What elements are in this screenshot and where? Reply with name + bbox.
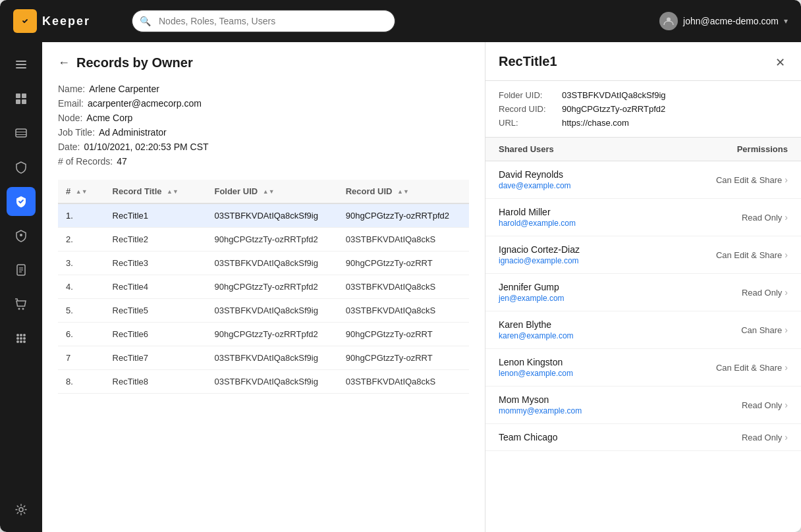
svg-rect-8: [16, 129, 26, 137]
sidebar-item-reports[interactable]: [7, 255, 36, 284]
permission-text: Can Edit & Share: [716, 175, 782, 185]
user-display-name: Ignacio Cortez-Diaz: [499, 244, 580, 255]
shared-user-row[interactable]: Jennifer Gump jen@example.com Read Only …: [485, 274, 801, 311]
sidebar-item-records[interactable]: [7, 187, 36, 216]
permission-area: Read Only ›: [742, 400, 788, 410]
shared-user-row[interactable]: Harold Miller harold@example.com Read On…: [485, 199, 801, 236]
shared-user-row[interactable]: Karen Blythe karen@example.com Can Share…: [485, 311, 801, 349]
cell-num: 8.: [58, 370, 105, 394]
permission-text: Can Edit & Share: [716, 250, 782, 260]
cell-title[interactable]: RecTitle7: [105, 346, 207, 370]
sidebar-item-apps[interactable]: [7, 324, 36, 353]
user-info: Jennifer Gump jen@example.com: [499, 282, 565, 303]
table-row[interactable]: 7 RecTitle7 03STBFKVDAtIQa8ckSf9ig 90hgC…: [58, 346, 469, 370]
permission-text: Read Only: [742, 433, 782, 442]
chevron-right-icon: ›: [785, 400, 788, 410]
cell-num: 1.: [58, 203, 105, 228]
table-row[interactable]: 3. RecTitle3 03STBFKVDAtIQa8ckSf9ig 90hg…: [58, 252, 469, 275]
table-row[interactable]: 6. RecTitle6 90hgCPGtzzTy-ozRRTpfd2 90hg…: [58, 323, 469, 346]
user-display-name: David Reynolds: [499, 169, 571, 180]
svg-point-23: [23, 337, 26, 340]
cell-title[interactable]: RecTitle6: [105, 323, 207, 346]
svg-rect-2: [16, 64, 26, 65]
name-value: Arlene Carpenter: [89, 84, 159, 94]
logo-area: Keeper: [13, 9, 119, 33]
sidebar-item-dashboard[interactable]: [7, 84, 36, 113]
cell-num: 2.: [58, 228, 105, 252]
cell-title[interactable]: RecTitle8: [105, 370, 207, 394]
permission-area: Read Only ›: [742, 212, 788, 223]
cell-num: 3.: [58, 252, 105, 275]
right-panel-header: RecTitle1 ✕: [485, 42, 801, 81]
owner-info: Name: Arlene Carpenter Email: acarpenter…: [58, 84, 469, 167]
col-header-title[interactable]: Record Title ▲▼: [105, 180, 207, 203]
svg-rect-9: [16, 132, 26, 132]
cell-title[interactable]: RecTitle3: [105, 252, 207, 275]
col-header-record[interactable]: Record UID ▲▼: [338, 180, 469, 203]
shared-user-row[interactable]: Team Chicago Read Only ›: [485, 424, 801, 451]
cell-num: 5.: [58, 299, 105, 323]
cell-title[interactable]: RecTitle5: [105, 299, 207, 323]
back-button[interactable]: ←: [58, 56, 70, 70]
cell-num: 4.: [58, 275, 105, 299]
sidebar-item-roles[interactable]: [7, 221, 36, 250]
close-button[interactable]: ✕: [773, 54, 788, 71]
col-header-num[interactable]: # ▲▼: [58, 180, 105, 203]
records-table: # ▲▼ Record Title ▲▼ Folder UID ▲▼ Recor…: [58, 180, 469, 394]
cell-folder-uid: 03STBFKVDAtIQa8ckSf9ig: [206, 370, 337, 394]
record-meta: Folder UID: 03STBFKVDAtIQa8ckSf9ig Recor…: [485, 81, 801, 138]
sidebar-item-menu[interactable]: [7, 50, 36, 79]
user-info: Mom Myson mommy@example.com: [499, 394, 582, 415]
svg-rect-10: [16, 134, 26, 135]
cell-num: 7: [58, 346, 105, 370]
user-display-name: Karen Blythe: [499, 319, 574, 330]
user-email-text: harold@example.com: [499, 219, 576, 228]
svg-rect-1: [16, 61, 26, 62]
info-node-row: Node: Acme Corp: [58, 113, 469, 123]
table-row[interactable]: 1. RecTitle1 03STBFKVDAtIQa8ckSf9ig 90hg…: [58, 203, 469, 228]
table-row[interactable]: 4. RecTitle4 90hgCPGtzzTy-ozRRTpfd2 03ST…: [58, 275, 469, 299]
cell-title[interactable]: RecTitle4: [105, 275, 207, 299]
shared-user-row[interactable]: Mom Myson mommy@example.com Read Only ›: [485, 386, 801, 424]
record-detail-title: RecTitle1: [499, 54, 557, 69]
shared-users-section: Shared Users Permissions David Reynolds …: [485, 138, 801, 532]
sidebar-item-settings[interactable]: [7, 495, 36, 524]
table-row[interactable]: 8. RecTitle8 03STBFKVDAtIQa8ckSf9ig 03ST…: [58, 370, 469, 394]
search-input[interactable]: [132, 10, 395, 32]
user-area[interactable]: john@acme-demo.com ▾: [659, 12, 788, 30]
shared-user-row[interactable]: David Reynolds dave@example.com Can Edit…: [485, 161, 801, 199]
permission-area: Can Edit & Share ›: [716, 362, 788, 373]
svg-point-18: [16, 334, 19, 336]
user-display-name: Team Chicago: [499, 432, 558, 442]
user-avatar-icon: [659, 12, 678, 30]
permission-text: Can Edit & Share: [716, 363, 782, 373]
record-uid-value: 90hgCPGtzzTy-ozRRTpfd2: [562, 104, 665, 114]
shared-user-row[interactable]: Ignacio Cortez-Diaz ignacio@example.com …: [485, 236, 801, 274]
cell-record-uid: 90hgCPGtzzTy-ozRRTpfd2: [338, 203, 469, 228]
folder-uid-label: Folder UID:: [499, 90, 558, 100]
table-row[interactable]: 5. RecTitle5 03STBFKVDAtIQa8ckSf9ig 03ST…: [58, 299, 469, 323]
cell-title[interactable]: RecTitle1: [105, 203, 207, 228]
node-value: Acme Corp: [86, 113, 132, 123]
user-info: Lenon Kingston lenon@example.com: [499, 357, 573, 378]
sidebar-item-shop[interactable]: [7, 290, 36, 319]
sidebar-item-vault[interactable]: [7, 119, 36, 147]
svg-point-27: [19, 508, 23, 512]
cell-title[interactable]: RecTitle2: [105, 228, 207, 252]
svg-point-17: [22, 308, 24, 310]
svg-point-21: [16, 337, 19, 340]
sidebar-item-shield1[interactable]: [7, 153, 36, 182]
svg-point-22: [20, 337, 22, 340]
table-row[interactable]: 2. RecTitle2 90hgCPGtzzTy-ozRRTpfd2 03ST…: [58, 228, 469, 252]
shared-users-list: David Reynolds dave@example.com Can Edit…: [485, 161, 801, 451]
email-label: Email:: [58, 98, 84, 109]
shared-user-row[interactable]: Lenon Kingston lenon@example.com Can Edi…: [485, 349, 801, 386]
permissions-col-label: Permissions: [737, 144, 788, 154]
chevron-right-icon: ›: [785, 174, 788, 185]
col-header-folder[interactable]: Folder UID ▲▼: [206, 180, 337, 203]
user-email-text: mommy@example.com: [499, 406, 582, 415]
svg-rect-7: [22, 99, 26, 104]
job-title-value: Ad Administrator: [99, 127, 167, 138]
search-bar[interactable]: 🔍: [132, 10, 395, 32]
shared-users-col-label: Shared Users: [499, 144, 554, 154]
